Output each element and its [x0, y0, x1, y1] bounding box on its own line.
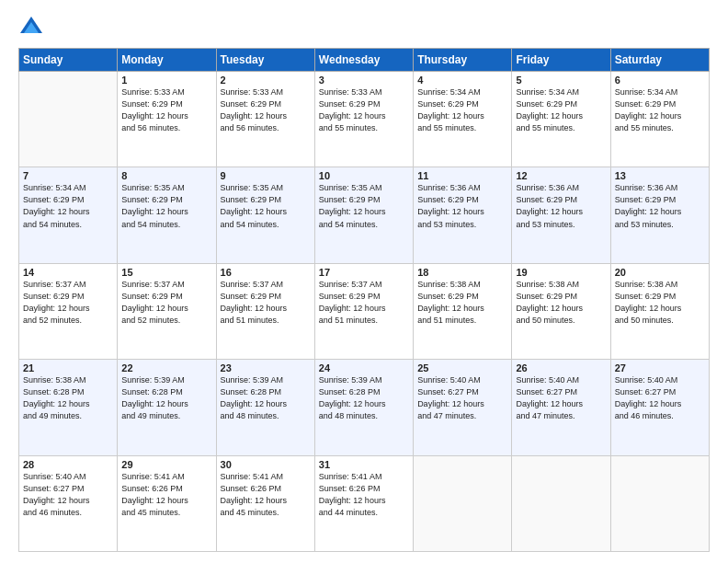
day-cell: 3Sunrise: 5:33 AM Sunset: 6:29 PM Daylig…	[314, 72, 413, 167]
day-number: 9	[221, 170, 311, 181]
day-cell: 25Sunrise: 5:40 AM Sunset: 6:27 PM Dayli…	[414, 360, 512, 455]
day-number: 8	[121, 170, 211, 181]
day-cell: 29Sunrise: 5:41 AM Sunset: 6:26 PM Dayli…	[118, 455, 216, 551]
day-info: Sunrise: 5:33 AM Sunset: 6:29 PM Dayligh…	[121, 86, 211, 134]
week-row-3: 14Sunrise: 5:37 AM Sunset: 6:29 PM Dayli…	[19, 263, 710, 359]
day-info: Sunrise: 5:41 AM Sunset: 6:26 PM Dayligh…	[221, 471, 311, 519]
header	[18, 15, 710, 40]
day-info: Sunrise: 5:37 AM Sunset: 6:29 PM Dayligh…	[23, 279, 113, 327]
day-cell: 17Sunrise: 5:37 AM Sunset: 6:29 PM Dayli…	[314, 263, 413, 359]
day-cell: 19Sunrise: 5:38 AM Sunset: 6:29 PM Dayli…	[512, 263, 610, 359]
day-number: 1	[121, 75, 211, 86]
day-info: Sunrise: 5:37 AM Sunset: 6:29 PM Dayligh…	[319, 279, 409, 327]
day-cell: 20Sunrise: 5:38 AM Sunset: 6:29 PM Dayli…	[610, 263, 709, 359]
day-info: Sunrise: 5:38 AM Sunset: 6:29 PM Dayligh…	[417, 279, 507, 327]
day-cell: 24Sunrise: 5:39 AM Sunset: 6:28 PM Dayli…	[314, 360, 413, 455]
day-info: Sunrise: 5:41 AM Sunset: 6:26 PM Dayligh…	[121, 471, 211, 519]
day-number: 20	[615, 267, 705, 278]
day-number: 13	[615, 170, 705, 181]
day-cell: 21Sunrise: 5:38 AM Sunset: 6:28 PM Dayli…	[19, 360, 118, 455]
day-info: Sunrise: 5:38 AM Sunset: 6:29 PM Dayligh…	[615, 279, 705, 327]
week-row-1: 1Sunrise: 5:33 AM Sunset: 6:29 PM Daylig…	[19, 72, 710, 167]
day-number: 15	[121, 267, 211, 278]
weekday-friday: Friday	[512, 49, 610, 72]
weekday-wednesday: Wednesday	[314, 49, 413, 72]
day-number: 21	[23, 362, 113, 373]
day-cell: 9Sunrise: 5:35 AM Sunset: 6:29 PM Daylig…	[216, 167, 314, 263]
day-cell: 27Sunrise: 5:40 AM Sunset: 6:27 PM Dayli…	[610, 360, 709, 455]
day-cell: 11Sunrise: 5:36 AM Sunset: 6:29 PM Dayli…	[414, 167, 512, 263]
day-cell: 30Sunrise: 5:41 AM Sunset: 6:26 PM Dayli…	[216, 455, 314, 551]
day-info: Sunrise: 5:36 AM Sunset: 6:29 PM Dayligh…	[417, 182, 507, 230]
day-info: Sunrise: 5:33 AM Sunset: 6:29 PM Dayligh…	[221, 86, 311, 134]
day-number: 12	[516, 170, 606, 181]
day-info: Sunrise: 5:34 AM Sunset: 6:29 PM Dayligh…	[417, 86, 507, 134]
day-info: Sunrise: 5:36 AM Sunset: 6:29 PM Dayligh…	[615, 182, 705, 230]
day-info: Sunrise: 5:40 AM Sunset: 6:27 PM Dayligh…	[615, 374, 705, 422]
day-cell: 15Sunrise: 5:37 AM Sunset: 6:29 PM Dayli…	[118, 263, 216, 359]
logo-icon	[18, 15, 44, 40]
day-info: Sunrise: 5:37 AM Sunset: 6:29 PM Dayligh…	[221, 279, 311, 327]
day-info: Sunrise: 5:34 AM Sunset: 6:29 PM Dayligh…	[615, 86, 705, 134]
day-number: 14	[23, 267, 113, 278]
day-cell: 12Sunrise: 5:36 AM Sunset: 6:29 PM Dayli…	[512, 167, 610, 263]
day-number: 7	[23, 170, 113, 181]
day-number: 26	[516, 362, 606, 373]
day-number: 2	[221, 75, 311, 86]
weekday-saturday: Saturday	[610, 49, 709, 72]
weekday-thursday: Thursday	[414, 49, 512, 72]
day-cell: 14Sunrise: 5:37 AM Sunset: 6:29 PM Dayli…	[19, 263, 118, 359]
day-cell: 26Sunrise: 5:40 AM Sunset: 6:27 PM Dayli…	[512, 360, 610, 455]
day-number: 25	[417, 362, 507, 373]
week-row-5: 28Sunrise: 5:40 AM Sunset: 6:27 PM Dayli…	[19, 455, 710, 551]
day-cell	[414, 455, 512, 551]
day-cell: 6Sunrise: 5:34 AM Sunset: 6:29 PM Daylig…	[610, 72, 709, 167]
day-cell: 5Sunrise: 5:34 AM Sunset: 6:29 PM Daylig…	[512, 72, 610, 167]
day-cell: 18Sunrise: 5:38 AM Sunset: 6:29 PM Dayli…	[414, 263, 512, 359]
day-info: Sunrise: 5:37 AM Sunset: 6:29 PM Dayligh…	[121, 279, 211, 327]
day-number: 18	[417, 267, 507, 278]
week-row-2: 7Sunrise: 5:34 AM Sunset: 6:29 PM Daylig…	[19, 167, 710, 263]
day-info: Sunrise: 5:39 AM Sunset: 6:28 PM Dayligh…	[319, 374, 409, 422]
day-info: Sunrise: 5:39 AM Sunset: 6:28 PM Dayligh…	[121, 374, 211, 422]
calendar-body: 1Sunrise: 5:33 AM Sunset: 6:29 PM Daylig…	[19, 72, 710, 552]
day-cell	[512, 455, 610, 551]
day-number: 19	[516, 267, 606, 278]
page: SundayMondayTuesdayWednesdayThursdayFrid…	[0, 0, 728, 563]
day-info: Sunrise: 5:38 AM Sunset: 6:28 PM Dayligh…	[23, 374, 113, 422]
day-info: Sunrise: 5:39 AM Sunset: 6:28 PM Dayligh…	[221, 374, 311, 422]
day-number: 4	[417, 75, 507, 86]
day-cell: 8Sunrise: 5:35 AM Sunset: 6:29 PM Daylig…	[118, 167, 216, 263]
day-cell: 13Sunrise: 5:36 AM Sunset: 6:29 PM Dayli…	[610, 167, 709, 263]
day-info: Sunrise: 5:35 AM Sunset: 6:29 PM Dayligh…	[221, 182, 311, 230]
day-cell: 1Sunrise: 5:33 AM Sunset: 6:29 PM Daylig…	[118, 72, 216, 167]
day-info: Sunrise: 5:38 AM Sunset: 6:29 PM Dayligh…	[516, 279, 606, 327]
weekday-row: SundayMondayTuesdayWednesdayThursdayFrid…	[19, 49, 710, 72]
week-row-4: 21Sunrise: 5:38 AM Sunset: 6:28 PM Dayli…	[19, 360, 710, 455]
calendar: SundayMondayTuesdayWednesdayThursdayFrid…	[18, 48, 710, 552]
day-cell: 23Sunrise: 5:39 AM Sunset: 6:28 PM Dayli…	[216, 360, 314, 455]
day-cell: 10Sunrise: 5:35 AM Sunset: 6:29 PM Dayli…	[314, 167, 413, 263]
day-number: 22	[121, 362, 211, 373]
day-info: Sunrise: 5:33 AM Sunset: 6:29 PM Dayligh…	[319, 86, 409, 134]
day-info: Sunrise: 5:35 AM Sunset: 6:29 PM Dayligh…	[319, 182, 409, 230]
day-info: Sunrise: 5:36 AM Sunset: 6:29 PM Dayligh…	[516, 182, 606, 230]
day-cell: 16Sunrise: 5:37 AM Sunset: 6:29 PM Dayli…	[216, 263, 314, 359]
day-info: Sunrise: 5:41 AM Sunset: 6:26 PM Dayligh…	[319, 471, 409, 519]
day-cell: 28Sunrise: 5:40 AM Sunset: 6:27 PM Dayli…	[19, 455, 118, 551]
day-number: 10	[319, 170, 409, 181]
day-cell: 7Sunrise: 5:34 AM Sunset: 6:29 PM Daylig…	[19, 167, 118, 263]
day-number: 30	[221, 459, 311, 470]
weekday-sunday: Sunday	[19, 49, 118, 72]
day-info: Sunrise: 5:34 AM Sunset: 6:29 PM Dayligh…	[23, 182, 113, 230]
day-info: Sunrise: 5:34 AM Sunset: 6:29 PM Dayligh…	[516, 86, 606, 134]
day-number: 28	[23, 459, 113, 470]
day-number: 5	[516, 75, 606, 86]
day-number: 3	[319, 75, 409, 86]
day-info: Sunrise: 5:40 AM Sunset: 6:27 PM Dayligh…	[23, 471, 113, 519]
weekday-tuesday: Tuesday	[216, 49, 314, 72]
day-info: Sunrise: 5:40 AM Sunset: 6:27 PM Dayligh…	[417, 374, 507, 422]
day-cell	[610, 455, 709, 551]
day-cell	[19, 72, 118, 167]
day-number: 24	[319, 362, 409, 373]
